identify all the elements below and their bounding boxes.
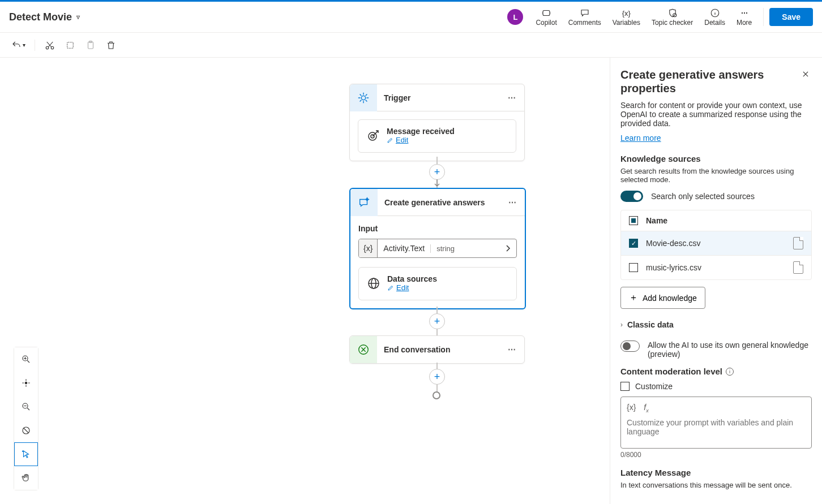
title-chevron-icon: ▿ <box>76 13 80 21</box>
more-label: More <box>737 19 752 27</box>
generative-more-button[interactable]: ⋯ <box>500 198 525 207</box>
arrow-down-icon <box>434 179 440 188</box>
allow-ai-label: Allow the AI to use its own general know… <box>648 341 812 359</box>
variables-button[interactable]: {x} Variables <box>607 5 646 29</box>
topic-checker-button[interactable]: Topic checker <box>646 5 699 29</box>
undo-button[interactable]: ▾ <box>11 40 25 50</box>
classic-data-toggle[interactable]: › Classic data <box>620 320 812 329</box>
input-expand-button[interactable] <box>499 244 516 252</box>
insert-variable-button[interactable]: {x} <box>627 403 636 413</box>
cursor-tool-button[interactable] <box>14 442 38 466</box>
add-node-button-1[interactable]: + <box>429 164 445 180</box>
target-icon <box>366 129 380 143</box>
file-icon <box>793 261 803 274</box>
zoom-reset-button[interactable] <box>14 419 38 442</box>
details-icon <box>709 7 721 19</box>
add-node-button-3[interactable]: + <box>429 369 445 385</box>
data-sources-edit-link[interactable]: Edit <box>387 283 409 292</box>
more-icon: ⋯ <box>739 7 750 19</box>
generative-answers-node[interactable]: Create generative answers ⋯ Input {x} Ac… <box>349 188 526 309</box>
message-received-card[interactable]: Message received Edit <box>358 119 516 153</box>
copilot-button[interactable]: Copilot <box>530 5 562 29</box>
delete-button[interactable] <box>105 40 117 51</box>
add-knowledge-button[interactable]: ＋ Add knowledge <box>620 287 705 309</box>
variable-badge: {x} <box>359 239 378 257</box>
knowledge-sources-desc: Get search results from the knowledge so… <box>620 167 812 184</box>
panel-description: Search for content or provide your own c… <box>620 101 812 128</box>
select-all-checkbox[interactable] <box>629 216 638 225</box>
end-title: End conversation <box>377 345 500 354</box>
source-row[interactable]: Movie-desc.csv <box>621 231 811 255</box>
comments-label: Comments <box>568 19 601 27</box>
comments-icon <box>579 7 590 19</box>
classic-data-label: Classic data <box>627 320 674 329</box>
data-sources-label: Data sources <box>387 274 508 283</box>
insert-formula-button[interactable]: fx <box>644 403 648 413</box>
source-name: music-lyrics.csv <box>646 263 785 272</box>
details-button[interactable]: Details <box>699 5 731 29</box>
variable-type: string <box>430 244 455 253</box>
canvas[interactable]: Trigger ⋯ Message received Edit <box>0 58 610 504</box>
source-checkbox[interactable] <box>629 239 638 248</box>
source-name: Movie-desc.csv <box>646 239 785 248</box>
undo-icon <box>11 40 22 50</box>
end-terminal <box>433 391 440 399</box>
hand-icon <box>21 473 31 483</box>
variables-label: Variables <box>613 19 640 27</box>
search-selected-toggle[interactable] <box>620 191 643 202</box>
add-knowledge-label: Add knowledge <box>643 294 697 303</box>
latency-heading: Latency Message <box>620 468 812 477</box>
learn-more-link[interactable]: Learn more <box>620 133 661 143</box>
message-received-label: Message received <box>387 127 508 136</box>
zoom-in-button[interactable] <box>14 347 38 371</box>
add-node-button-2[interactable]: + <box>429 313 445 329</box>
prompt-box[interactable]: {x} fx <box>620 397 812 449</box>
cut-button[interactable] <box>44 40 55 51</box>
generative-icon <box>350 189 378 216</box>
copilot-icon <box>541 7 552 19</box>
save-button[interactable]: Save <box>769 8 813 26</box>
allow-ai-toggle[interactable] <box>620 341 640 352</box>
svg-point-4 <box>51 46 54 49</box>
copilot-label: Copilot <box>536 19 556 27</box>
svg-point-3 <box>46 46 49 49</box>
source-row[interactable]: music-lyrics.csv <box>621 255 811 279</box>
data-sources-edit-text: Edit <box>396 283 409 292</box>
moderation-heading: Content moderation level <box>620 367 722 376</box>
end-conversation-node[interactable]: End conversation ⋯ <box>349 335 525 364</box>
input-label: Input <box>358 224 517 233</box>
info-icon[interactable]: i <box>726 368 734 376</box>
page-title[interactable]: Detect Movie ▿ <box>9 11 80 23</box>
copy-button[interactable] <box>65 40 76 51</box>
trigger-node[interactable]: Trigger ⋯ Message received Edit <box>349 84 525 161</box>
variables-icon: {x} <box>620 7 632 19</box>
zoom-fit-button[interactable] <box>14 371 38 395</box>
comments-button[interactable]: Comments <box>563 5 607 29</box>
data-sources-card[interactable]: Data sources Edit <box>358 267 517 300</box>
trigger-icon <box>350 84 377 111</box>
cursor-icon <box>21 449 31 459</box>
close-panel-button[interactable] <box>799 68 812 80</box>
trigger-more-button[interactable]: ⋯ <box>500 93 524 102</box>
end-more-button[interactable]: ⋯ <box>500 345 524 354</box>
svg-point-15 <box>25 382 28 385</box>
locate-icon <box>21 378 31 388</box>
topic-checker-icon <box>667 7 678 19</box>
more-button[interactable]: ⋯ More <box>731 5 757 29</box>
panel-title: Create generative answers properties <box>620 68 799 95</box>
trigger-edit-link[interactable]: Edit <box>387 136 408 144</box>
prompt-textarea[interactable] <box>627 418 806 441</box>
source-checkbox[interactable] <box>629 263 638 272</box>
close-icon <box>802 70 810 78</box>
zoom-out-button[interactable] <box>14 395 38 419</box>
input-field[interactable]: {x} Activity.Text string <box>358 239 517 258</box>
paste-button[interactable] <box>85 40 96 51</box>
latency-desc: In text conversations this message will … <box>620 481 812 489</box>
hand-tool-button[interactable] <box>14 466 38 490</box>
file-icon <box>793 237 803 249</box>
trigger-edit-text: Edit <box>396 136 408 144</box>
prompt-counter: 0/8000 <box>620 451 812 459</box>
search-selected-label: Search only selected sources <box>651 192 755 201</box>
customize-checkbox[interactable] <box>620 382 630 391</box>
avatar[interactable]: L <box>507 9 523 25</box>
